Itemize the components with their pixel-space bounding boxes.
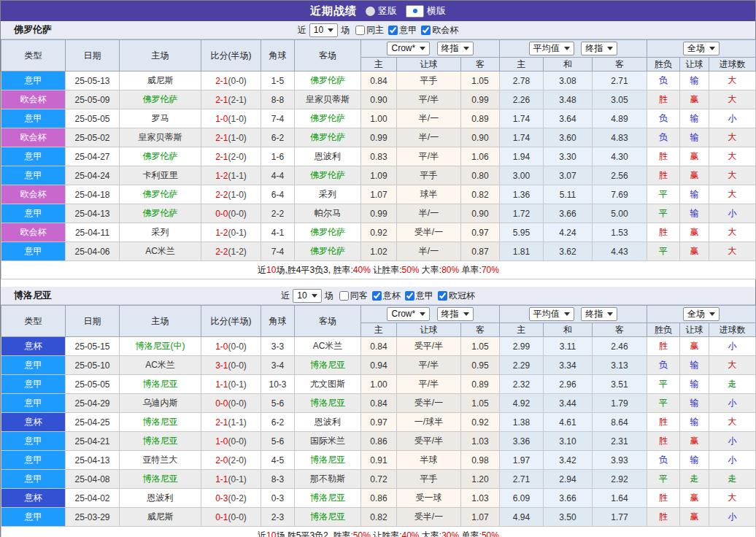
checkbox-input[interactable]	[339, 291, 349, 301]
avg-home-odds: 1.38	[500, 413, 544, 432]
match-score: 2-2(1-0)	[201, 185, 261, 204]
avg-draw-odds: 3.62	[544, 242, 593, 261]
match-score: 2-1(1-0)	[201, 128, 261, 147]
checkbox-input[interactable]	[388, 26, 398, 35]
avg-home-odds: 1.81	[500, 242, 544, 261]
match-type-badge: 欧会杯	[1, 223, 66, 242]
result-goals: 大	[709, 185, 756, 204]
avg-away-odds: 3.51	[593, 375, 647, 394]
home-team: 博洛尼亚	[120, 375, 201, 394]
average-select[interactable]: 平均值	[529, 307, 574, 321]
result-handicap: 赢	[680, 242, 709, 261]
checkbox-input[interactable]	[438, 291, 447, 301]
filter-checkbox-意甲[interactable]: 意甲	[388, 24, 417, 36]
filter-checkbox-意甲[interactable]: 意甲	[405, 290, 433, 302]
layout-radio-horizontal[interactable]: 横版	[406, 4, 446, 18]
halftime-score: (1-0)	[228, 133, 247, 143]
games-count-select[interactable]: 10	[293, 289, 321, 303]
match-date: 25-05-10	[66, 356, 120, 375]
col-header-handicap-result: 让球	[680, 58, 709, 72]
checkbox-input[interactable]	[421, 26, 431, 35]
result-outcome: 胜	[647, 223, 680, 242]
odds-provider-select[interactable]: Crow*	[387, 42, 430, 55]
odds-provider-select[interactable]: Crow*	[387, 307, 430, 321]
table-row: 意杯25-04-25博洛尼亚2-1(1-1)6-2恩波利0.97一/球半0.92…	[1, 413, 756, 432]
checkbox-input[interactable]	[355, 26, 365, 35]
match-date: 25-05-05	[66, 375, 120, 394]
scope-select[interactable]: 全场	[683, 307, 720, 321]
filter-games-label: 场	[325, 290, 333, 302]
odds-home: 0.84	[361, 394, 397, 413]
result-goals: 大	[709, 147, 756, 166]
odds-handicap: 半/一	[397, 204, 461, 223]
corner-count: 2-2	[261, 204, 295, 223]
away-team: 国际米兰	[295, 432, 361, 451]
odds-final-select[interactable]: 终指	[437, 307, 474, 321]
odds-handicap: 半/一	[397, 128, 461, 147]
away-team: 佛罗伦萨	[295, 128, 361, 147]
filter-checkbox-欧会杯[interactable]: 欧会杯	[421, 24, 458, 36]
odds-final-select[interactable]: 终指	[437, 42, 474, 55]
fulltime-score: 2-2	[215, 247, 228, 257]
match-date: 25-04-18	[66, 185, 120, 204]
avg-draw-odds: 3.66	[544, 204, 593, 223]
table-row: 意甲25-05-10AC米兰3-1(0-0)3-4博洛尼亚0.94平/半0.95…	[1, 356, 756, 375]
average-final-select[interactable]: 终指	[581, 42, 617, 55]
filter-checkbox-同主[interactable]: 同主	[355, 24, 384, 36]
result-goals: 小	[709, 451, 756, 470]
avg-draw-odds: 4.24	[544, 223, 593, 242]
result-goals: 大	[709, 90, 756, 109]
result-goals: 大	[709, 356, 756, 375]
odds-handicap: 受半/一	[397, 223, 461, 242]
filter-checkbox-同客[interactable]: 同客	[339, 290, 368, 302]
summary-segment: 让胜率:	[371, 530, 402, 537]
odds-home: 0.72	[361, 470, 397, 489]
checkbox-label: 意甲	[416, 290, 433, 302]
odds-home: 0.86	[361, 432, 397, 451]
match-score: 1-0(0-0)	[201, 337, 261, 356]
result-outcome: 胜	[647, 90, 680, 109]
scope-select[interactable]: 全场	[683, 42, 720, 55]
result-outcome: 胜	[647, 489, 680, 508]
table-row: 意甲25-04-21博洛尼亚1-0(0-0)5-6国际米兰0.86受平/半1.0…	[1, 432, 756, 451]
table-row: 欧会杯25-04-11采列1-2(0-1)4-1佛罗伦萨0.92受半/一0.97…	[1, 223, 756, 242]
header-select-row: 类型 日期 主场 比分(半场) 角球 客场 Crow* 终指 平均值 终指	[1, 40, 756, 58]
odds-home: 1.00	[361, 109, 397, 128]
halftime-score: (1-1)	[228, 417, 247, 428]
odds-away: 1.03	[461, 432, 500, 451]
average-final-select[interactable]: 终指	[581, 307, 617, 321]
fulltime-score: 2-1	[215, 133, 228, 143]
avg-home-odds: 2.32	[500, 375, 544, 394]
avg-home-odds: 3.36	[500, 432, 544, 451]
result-handicap: 赢	[680, 166, 709, 185]
layout-radio-vertical[interactable]: 竖版	[366, 4, 397, 18]
away-team: 采列	[295, 185, 361, 204]
col-header-goals-result: 进球数	[709, 323, 756, 337]
filter-checkbox-意杯[interactable]: 意杯	[372, 290, 401, 302]
scope-value: 全场	[687, 309, 705, 320]
checkbox-input[interactable]	[405, 291, 414, 301]
corner-count: 7-4	[261, 109, 295, 128]
match-score: 2-1(1-1)	[201, 413, 261, 432]
average-select[interactable]: 平均值	[529, 42, 574, 55]
result-outcome: 平	[647, 242, 680, 261]
odds-home: 0.92	[361, 223, 397, 242]
games-count-select[interactable]: 10	[309, 23, 338, 37]
match-type-badge: 意甲	[1, 109, 66, 128]
match-score: 2-1(0-0)	[201, 72, 261, 90]
odds-away: 1.06	[461, 147, 500, 166]
result-outcome: 胜	[647, 337, 680, 356]
odds-away: 0.98	[461, 451, 500, 470]
checkbox-input[interactable]	[372, 291, 382, 301]
chevron-down-icon	[564, 47, 570, 50]
col-header-corner: 角球	[261, 306, 295, 337]
match-type-badge: 意甲	[1, 147, 66, 166]
odds-away: 0.87	[461, 242, 500, 261]
match-date: 25-04-25	[66, 413, 120, 432]
summary-segment: 近	[258, 530, 266, 537]
fulltime-score: 1-1	[215, 379, 228, 390]
filter-checkbox-欧冠杯[interactable]: 欧冠杯	[438, 290, 475, 302]
avg-draw-odds: 5.11	[544, 185, 593, 204]
filter-near-label: 近	[298, 24, 306, 36]
table-row: 意甲25-04-27佛罗伦萨2-1(2-0)1-6恩波利0.83平/半1.061…	[1, 147, 756, 166]
